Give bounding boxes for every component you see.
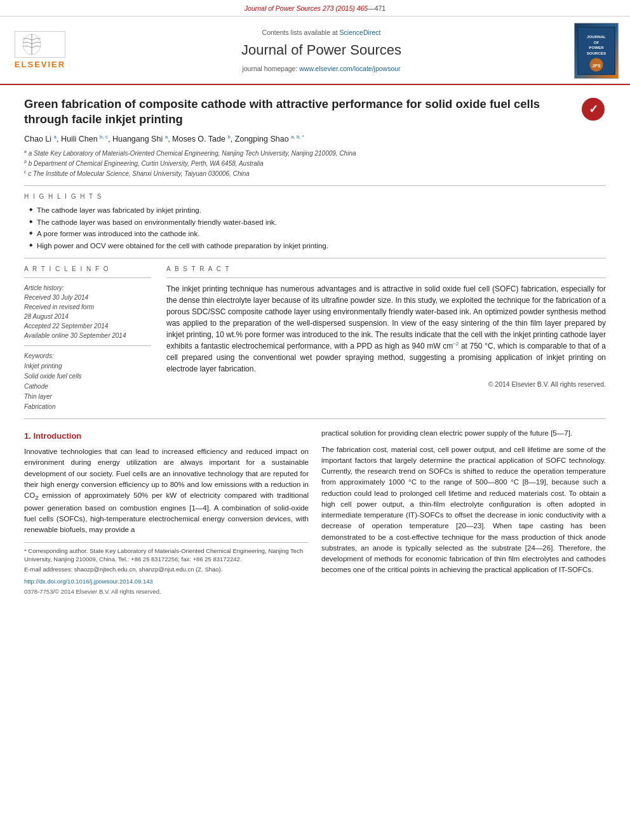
- svg-text:POWER: POWER: [589, 46, 604, 50]
- keyword-2: Solid oxide fuel cells: [24, 371, 151, 382]
- divider-after-affiliations: [24, 185, 606, 186]
- received-date: Received 30 July 2014: [24, 293, 151, 302]
- intro-paragraph-3: The fabrication cost, material cost, cel…: [321, 444, 606, 576]
- abstract-sup: −2: [453, 341, 459, 347]
- main-content-left: 1. Introduction Innovative technologies …: [24, 428, 309, 596]
- elsevier-logo-image: [15, 31, 65, 58]
- article-title-text: Green fabrication of composite cathode w…: [24, 97, 540, 126]
- article-history: Article history: Received 30 July 2014 R…: [24, 283, 151, 340]
- keyword-3: Cathode: [24, 382, 151, 392]
- highlights-list: The cathode layer was fabricated by inkj…: [24, 205, 606, 251]
- received-revised-label: Received in revised form: [24, 302, 151, 312]
- journal-main-title: Journal of Power Sources: [76, 40, 566, 60]
- contents-available-label: Contents lists available at: [262, 29, 338, 36]
- highlight-item-4: High power and OCV were obtained for the…: [29, 241, 606, 251]
- email-footnote: E-mail addresses: shaozp@njtech.edu.cn, …: [24, 565, 309, 573]
- article-info-abstract-columns: A R T I C L E I N F O Article history: R…: [24, 265, 606, 413]
- highlights-section: H I G H L I G H T S The cathode layer wa…: [24, 192, 606, 251]
- page: Journal of Power Sources 273 (2015) 465—…: [0, 0, 630, 840]
- copyright-line: © 2014 Elsevier B.V. All rights reserved…: [166, 380, 606, 389]
- main-content: 1. Introduction Innovative technologies …: [24, 428, 606, 596]
- crossmark-svg: ✓: [582, 98, 604, 120]
- accepted-date: Accepted 22 September 2014: [24, 321, 151, 331]
- journal-header: ELSEVIER Contents lists available at Sci…: [0, 17, 630, 85]
- elsevier-tree-icon: [18, 32, 62, 57]
- highlight-item-1: The cathode layer was fabricated by inkj…: [29, 205, 606, 216]
- journal-ref-end: 471: [375, 4, 386, 12]
- journal-ref-text: Journal of Power Sources 273 (2015) 465—…: [245, 4, 385, 12]
- main-content-right: practical solution for providing clean e…: [321, 428, 606, 596]
- svg-rect-0: [18, 32, 62, 57]
- svg-text:JOURNAL: JOURNAL: [587, 34, 606, 39]
- sciencedirect-line: Contents lists available at ScienceDirec…: [76, 28, 566, 37]
- article-info-divider: [24, 277, 151, 278]
- authors-line: Chao Li a, Huili Chen b, c, Huangang Shi…: [24, 133, 606, 145]
- highlight-item-2: The cathode layer was based on environme…: [29, 217, 606, 228]
- article-info-column: A R T I C L E I N F O Article history: R…: [24, 265, 151, 413]
- crossmark-badge-container[interactable]: ✓: [580, 97, 606, 122]
- intro-section-title: Introduction: [33, 431, 81, 441]
- ah-label: Article history:: [24, 283, 151, 293]
- svg-text:JPS: JPS: [592, 63, 601, 68]
- journal-cover-image: JOURNAL OF POWER SOURCES JPS: [574, 23, 619, 79]
- intro-paragraph-2: practical solution for providing clean e…: [321, 428, 606, 439]
- journal-title-block: Contents lists available at ScienceDirec…: [76, 28, 566, 74]
- svg-text:SOURCES: SOURCES: [587, 51, 606, 55]
- keyword-5: Fabrication: [24, 402, 151, 412]
- elsevier-logo: ELSEVIER: [11, 31, 69, 71]
- highlight-item-3: A pore former was introduced into the ca…: [29, 229, 606, 239]
- sciencedirect-link[interactable]: ScienceDirect: [340, 29, 381, 36]
- keywords-section: Keywords: Inkjet printing Solid oxide fu…: [24, 351, 151, 412]
- intro-section-heading: 1. Introduction: [24, 430, 309, 443]
- intro-section-number: 1.: [24, 431, 31, 441]
- footnote-divider: [24, 542, 309, 543]
- abstract-title: A B S T R A C T: [166, 265, 606, 274]
- affiliations: a a State Key Laboratory of Materials-Or…: [24, 149, 606, 179]
- divider-after-highlights: [24, 258, 606, 258]
- revised-date: 28 August 2014: [24, 312, 151, 321]
- corresponding-author-footnote: * Corresponding author. State Key Labora…: [24, 547, 309, 564]
- keywords-label: Keywords:: [24, 351, 151, 361]
- doi-line[interactable]: http://dx.doi.org/10.1016/j.jpowsour.201…: [24, 577, 309, 586]
- abstract-column: A B S T R A C T The inkjet printing tech…: [166, 265, 606, 413]
- available-date: Available online 30 September 2014: [24, 331, 151, 340]
- journal-cover-icon: JOURNAL OF POWER SOURCES JPS: [577, 23, 615, 78]
- crossmark-icon[interactable]: ✓: [582, 98, 605, 121]
- article-title: Green fabrication of composite cathode w…: [24, 97, 606, 127]
- elsevier-wordmark: ELSEVIER: [15, 59, 65, 71]
- svg-text:OF: OF: [594, 40, 600, 44]
- issn-line: 0378-7753/© 2014 Elsevier B.V. All right…: [24, 587, 309, 596]
- svg-text:✓: ✓: [589, 103, 598, 116]
- top-ref-bar: Journal of Power Sources 273 (2015) 465—…: [0, 0, 630, 17]
- journal-ref-name: Journal of Power Sources 273 (2015) 465: [245, 4, 368, 12]
- affiliation-a: a a State Key Laboratory of Materials-Or…: [24, 149, 606, 158]
- abstract-body-text: The inkjet printing technique has numero…: [166, 284, 606, 350]
- affiliation-b: b b Department of Chemical Engineering, …: [24, 159, 606, 168]
- intro-paragraph-1: Innovative technologies that can lead to…: [24, 446, 309, 535]
- affiliation-c: c c The Institute of Molecular Science, …: [24, 169, 606, 178]
- keyword-4: Thin layer: [24, 392, 151, 402]
- article-info-title: A R T I C L E I N F O: [24, 265, 151, 274]
- article-body: Green fabrication of composite cathode w…: [0, 85, 630, 608]
- divider-before-intro: [24, 418, 606, 419]
- highlights-title: H I G H L I G H T S: [24, 192, 606, 202]
- abstract-text: The inkjet printing technique has numero…: [166, 283, 606, 375]
- homepage-label: journal homepage:: [242, 65, 297, 72]
- journal-ref-dash: —: [368, 4, 375, 12]
- abstract-divider: [166, 277, 606, 278]
- homepage-url[interactable]: www.elsevier.com/locate/jpowsour: [299, 65, 400, 72]
- keywords-divider: [24, 345, 151, 346]
- keyword-1: Inkjet printing: [24, 361, 151, 371]
- journal-homepage: journal homepage: www.elsevier.com/locat…: [76, 64, 566, 74]
